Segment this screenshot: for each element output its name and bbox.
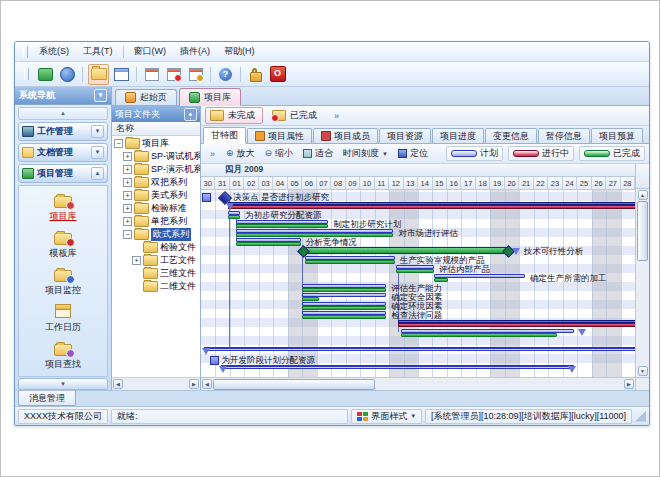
sidebar-section-work[interactable]: 工作管理 ▼ [18,122,108,141]
detail-tab-8[interactable]: 项目预算 [591,128,643,143]
tree-expander-icon[interactable]: + [123,191,132,200]
gantt-bar[interactable] [228,211,240,220]
resize-grip[interactable] [635,411,646,422]
tree-item[interactable]: 三维文件 [112,267,200,280]
tree-item[interactable]: −欧式系列 [112,228,200,241]
sidebar-item-project-monitor[interactable]: 项目监控 [45,267,81,297]
tree-item[interactable]: +美式系列 [112,189,200,202]
detail-tab-4[interactable]: 项目资源 [379,128,431,143]
scroll-left-icon[interactable]: ◀ [113,379,123,389]
unfinished-filter-button[interactable]: 未完成 [205,107,263,124]
menu-tools[interactable]: 工具(T) [76,43,120,60]
detail-tab-7[interactable]: 暂停信息 [538,128,590,143]
calendar-icon[interactable] [142,65,161,84]
milestone-square[interactable] [202,193,211,202]
tab-start-page[interactable]: 起始页 [115,89,177,105]
gantt-bar[interactable] [236,238,301,247]
tree-item[interactable]: +SP-调试机系 [112,150,200,163]
tree-expander-icon[interactable]: + [132,256,141,265]
tree-expander-icon[interactable]: + [123,217,132,226]
finished-filter-button[interactable]: 已完成 [267,107,325,124]
tree-expander-icon[interactable]: − [123,230,132,239]
detail-tab-2[interactable]: 项目属性 [247,128,312,143]
time-scale-button[interactable]: 时间刻度 ▼ [339,146,392,161]
gantt-bar[interactable] [305,256,395,265]
sidebar-item-template-library[interactable]: 模板库 [50,230,77,260]
milestone-arrow-icon [202,348,210,355]
gantt-bar[interactable] [302,293,386,302]
scroll-right-icon[interactable]: ▶ [624,379,634,389]
tree-expander-icon[interactable]: − [114,139,123,148]
tree-column-header[interactable]: 名称 [112,122,200,136]
tree-item[interactable]: +单把系列 [112,215,200,228]
overflow-chevron-icon[interactable]: » [329,111,344,121]
tree-expander-icon[interactable]: + [123,152,132,161]
tree-item[interactable]: +SP-演示机系 [112,163,200,176]
calendar-edit-icon[interactable] [186,65,205,84]
zoom-out-button[interactable]: ⊖ 缩小 [261,146,298,161]
window-layout-icon[interactable] [112,65,131,84]
tree-item[interactable]: +工艺文件 [112,254,200,267]
milestone-square[interactable] [210,356,219,365]
menu-plugins[interactable]: 插件(A) [173,43,217,60]
sidebar-item-project-library[interactable]: 项目库 [50,193,77,223]
globe-icon[interactable] [58,65,77,84]
menu-help[interactable]: 帮助(H) [217,43,262,60]
scroll-left-icon[interactable]: ◀ [202,379,212,389]
gantt-horizontal-scrollbar[interactable]: ◀ ▶ [201,377,635,390]
sidebar-item-work-calendar[interactable]: 工作日历 [45,304,81,334]
sidebar-section-projects[interactable]: 项目管理 ▲ [18,164,108,183]
chevron-down-icon[interactable]: ▼ [91,125,104,138]
folder-icon [125,138,140,149]
vertical-scroll-thumb[interactable] [637,201,648,261]
sidebar-pin-icon[interactable]: ▾ [94,89,107,102]
zoom-in-button[interactable]: ⊕ 放大 [222,146,259,161]
detail-tab-3[interactable]: 项目成员 [313,128,378,143]
system-icon[interactable] [36,65,55,84]
sidebar-section-documents[interactable]: 文档管理 ▼ [18,143,108,162]
tree-item[interactable]: −项目库 [112,137,200,150]
pin-icon[interactable] [184,108,197,121]
tree-item[interactable]: +检验标准 [112,202,200,215]
sidebar-scroll-up-button[interactable]: ▲ [18,107,108,120]
scroll-up-icon[interactable]: ▲ [638,190,648,200]
gantt-vertical-scrollbar[interactable]: ▲ ▼ [636,189,649,377]
day-header-cell: 06 [302,177,316,189]
tree-horizontal-scrollbar[interactable]: ◀ ▶ [112,377,200,390]
power-icon[interactable]: O [268,65,287,84]
scroll-down-icon[interactable]: ▼ [638,366,648,376]
detail-tab-1[interactable]: 甘特图 [203,127,246,144]
gantt-bar[interactable] [302,311,386,320]
gantt-bar[interactable] [401,329,575,338]
tree-item[interactable]: 检验文件 [112,241,200,254]
scroll-right-icon[interactable]: ▶ [189,379,199,389]
gantt-bar[interactable] [302,302,386,311]
detail-tab-6[interactable]: 变更信息 [485,128,537,143]
gantt-bar[interactable] [302,284,386,293]
sidebar-item-project-search[interactable]: 项目查找 [45,341,81,371]
interface-style-button[interactable]: 界面样式 ▼ [351,409,422,424]
gantt-overflow-chevron-icon[interactable]: » [205,149,220,159]
locate-button[interactable]: 定位 [394,146,432,161]
chevron-down-icon[interactable]: ▼ [91,146,104,159]
detail-tab-5[interactable]: 项目进度 [432,128,484,143]
menu-system[interactable]: 系统(S) [32,43,76,60]
chevron-up-icon[interactable]: ▲ [91,167,104,180]
lock-icon[interactable] [246,65,265,84]
help-icon[interactable]: ? [216,65,235,84]
button-label: 适合 [315,147,333,160]
tree-item[interactable]: +双把系列 [112,176,200,189]
message-management-tab[interactable]: 消息管理 [18,391,76,406]
tree-expander-icon[interactable]: + [123,178,132,187]
sidebar-collapsed-section[interactable]: ▼ [18,378,108,390]
calendar-alert-icon[interactable] [164,65,183,84]
tree-expander-icon[interactable]: + [123,165,132,174]
tree-item[interactable]: 二维文件 [112,280,200,293]
gantt-plot-area[interactable]: 决策点 是否进行初步研究为初步研究分配资源制定初步研究计划对市场进行评估分析竞争… [201,190,635,377]
tree-expander-icon[interactable]: + [123,204,132,213]
horizontal-scroll-thumb[interactable] [213,379,375,390]
menu-window[interactable]: 窗口(W) [127,43,174,60]
tab-project-library[interactable]: 项目库 [179,88,241,106]
folder-open-icon[interactable] [88,64,109,85]
fit-button[interactable]: 适合 [299,146,337,161]
